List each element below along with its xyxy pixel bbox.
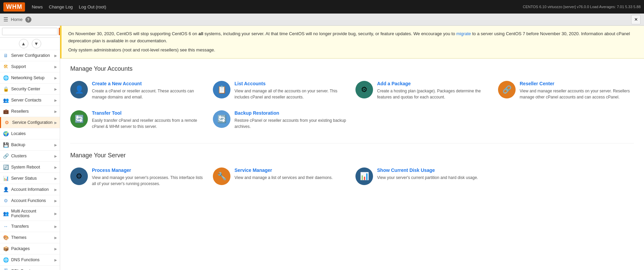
sidebar-item-contacts[interactable]: 👥 Server Contacts ▶ <box>0 95 60 106</box>
card-title[interactable]: Reseller Center <box>520 81 634 86</box>
sidebar-item-sql[interactable]: 🗄 SQL Services ▶ <box>0 266 60 270</box>
sidebar-icon-multiacc: 👥 <box>3 210 9 217</box>
sidebar-item-resellers[interactable]: 💼 Resellers ▶ <box>0 106 60 117</box>
sidebar-search-bar: 🔍 <box>0 26 60 38</box>
sidebar-label: Transfers <box>11 224 54 229</box>
card-title[interactable]: Service Manager <box>234 167 333 173</box>
card-desc: Create a hosting plan (package). Package… <box>377 88 491 100</box>
card-title[interactable]: List Accounts <box>234 81 349 86</box>
sidebar-icon-accfunc: ⚙ <box>3 198 9 204</box>
card-title[interactable]: Add a Package <box>377 81 491 86</box>
sidebar-item-themes[interactable]: 🎨 Themes ▶ <box>0 232 60 243</box>
sidebar-item-locales[interactable]: 🌍 Locales <box>0 128 60 139</box>
sidebar-label: Security Center <box>11 87 54 91</box>
sidebar-arrow: ▶ <box>54 76 57 80</box>
sidebar-icon-support: 🛠 <box>3 64 9 70</box>
card-title[interactable]: Backup Restoration <box>234 110 349 116</box>
home-link[interactable]: Home <box>11 17 23 22</box>
sidebar-item-server[interactable]: 🖥 Server Configuration ▶ <box>0 50 60 61</box>
help-icon[interactable]: ? <box>25 17 31 23</box>
sidebar-arrow: ▶ <box>54 177 57 180</box>
sidebar-item-network[interactable]: 🌐 Networking Setup ▶ <box>0 72 60 84</box>
sidebar-down-arrow[interactable]: ▼ <box>32 39 41 48</box>
sidebar-item-transfers[interactable]: ↔ Transfers ▶ <box>0 221 60 232</box>
sidebar-icon-locales: 🌍 <box>3 131 9 137</box>
sidebar-label: Clusters <box>11 154 54 158</box>
nav-news[interactable]: News <box>32 4 43 9</box>
sidebar-arrow: ▶ <box>54 54 57 58</box>
section-divider <box>70 143 634 143</box>
main-layout: 🔍 ▲ ▼ 🖥 Server Configuration ▶ 🛠 Support… <box>0 26 644 270</box>
account-card-1: 📋 List Accounts View and manage all of t… <box>213 79 349 102</box>
sidebar-arrow: ▶ <box>54 199 57 203</box>
card-desc: Create a cPanel or reseller account. The… <box>92 88 206 100</box>
sidebar-item-clusters[interactable]: 🔗 Clusters ▶ <box>0 151 60 162</box>
sidebar-label: Packages <box>11 246 54 251</box>
manage-server-title: Manage Your Server <box>70 152 634 159</box>
server-card-0: ⚙ Process Manager View and manage your s… <box>70 166 206 188</box>
sidebar-up-arrow[interactable]: ▲ <box>19 39 28 48</box>
server-cards-grid: ⚙ Process Manager View and manage your s… <box>70 166 634 188</box>
sidebar-item-multiacc[interactable]: 👥 Multi Account Functions ▶ <box>0 206 60 221</box>
sysinfo: CENTOS 6.10 virtuozzo [server] v76.0.0 L… <box>523 5 641 9</box>
sidebar-arrow: ▶ <box>54 258 57 262</box>
sidebar-label: Resellers <box>11 109 54 114</box>
account-card-4: 🔄 Transfer Tool Easily transfer cPanel a… <box>70 109 206 131</box>
sidebar-icon-account: 👤 <box>3 186 9 193</box>
sidebar-arrow: ▶ <box>54 65 57 69</box>
whm-logo: WHM <box>3 2 25 12</box>
manage-accounts-title: Manage Your Accounts <box>70 65 634 72</box>
sidebar-label: Support <box>11 64 54 69</box>
manage-accounts-section: Manage Your Accounts 👤 Create a New Acco… <box>60 59 644 141</box>
card-desc: Easily transfer cPanel and reseller acco… <box>92 117 206 130</box>
secondbar: ☰ Home ? ✕ <box>0 14 644 26</box>
sidebar-arrow: ▶ <box>54 143 57 147</box>
sidebar-item-account[interactable]: 👤 Account Information ▶ <box>0 184 60 195</box>
sidebar-item-accfunc[interactable]: ⚙ Account Functions ▶ <box>0 195 60 206</box>
sidebar-label: Networking Setup <box>11 75 54 80</box>
card-title[interactable]: Create a New Account <box>92 81 206 86</box>
sidebar-arrow: ▶ <box>54 188 57 192</box>
nav-changelog[interactable]: Change Log <box>49 4 73 9</box>
sidebar-arrow: ▶ <box>54 154 57 158</box>
sidebar-icon-server: 🖥 <box>3 52 9 59</box>
sidebar-icon-service: ⚙ <box>4 119 10 126</box>
sidebar-icon-packages: 📦 <box>3 246 9 252</box>
migrate-link[interactable]: migrate <box>456 31 471 36</box>
sidebar-icon-dns: 🌐 <box>3 257 9 263</box>
sidebar-label: Locales <box>11 131 57 136</box>
sidebar-item-dns[interactable]: 🌐 DNS Functions ▶ <box>0 254 60 266</box>
sidebar-icon-network: 🌐 <box>3 75 9 81</box>
sidebar: 🔍 ▲ ▼ 🖥 Server Configuration ▶ 🛠 Support… <box>0 26 60 270</box>
card-body: Backup Restoration Restore cPanel or res… <box>234 110 349 130</box>
sidebar-arrow: ▶ <box>54 98 57 102</box>
topbar-links: News Change Log Log Out (root) <box>32 4 106 9</box>
alert-banner: On November 30, 2020, CentOS will stop s… <box>60 26 644 59</box>
sidebar-icon-resellers: 💼 <box>3 108 9 114</box>
sidebar-icon-themes: 🎨 <box>3 234 9 241</box>
sidebar-item-backup[interactable]: 💾 Backup ▶ <box>0 139 60 151</box>
card-desc: View and manage reseller accounts on you… <box>520 88 634 100</box>
sidebar-item-packages[interactable]: 📦 Packages ▶ <box>0 243 60 254</box>
nav-logout[interactable]: Log Out (root) <box>79 4 106 9</box>
secondbar-left: ☰ Home ? <box>3 16 31 23</box>
sidebar-item-status[interactable]: 📊 Server Status ▶ <box>0 173 60 184</box>
sidebar-item-reboot[interactable]: 🔄 System Reboot ▶ <box>0 162 60 173</box>
sidebar-icon-transfers: ↔ <box>3 223 9 229</box>
card-body: Add a Package Create a hosting plan (pac… <box>377 81 491 100</box>
search-input[interactable] <box>2 28 57 35</box>
sidebar-label: Service Configuration <box>12 120 54 125</box>
sidebar-item-support[interactable]: 🛠 Support ▶ <box>0 61 60 72</box>
account-card-2: ⚙ Add a Package Create a hosting plan (p… <box>355 79 491 102</box>
sidebar-icon-security: 🔒 <box>3 86 9 92</box>
sidebar-item-service[interactable]: ⚙ Service Configuration ▶ <box>0 117 60 128</box>
card-title[interactable]: Process Manager <box>92 167 206 173</box>
card-title[interactable]: Transfer Tool <box>92 110 206 116</box>
card-title[interactable]: Show Current Disk Usage <box>377 167 478 173</box>
sidebar-label: SQL Services <box>11 269 54 270</box>
close-button[interactable]: ✕ <box>631 15 641 24</box>
sidebar-item-security[interactable]: 🔒 Security Center ▶ <box>0 84 60 95</box>
hamburger-icon[interactable]: ☰ <box>3 16 8 23</box>
sidebar-label: Multi Account Functions <box>11 209 54 218</box>
content-area: On November 30, 2020, CentOS will stop s… <box>60 26 644 270</box>
